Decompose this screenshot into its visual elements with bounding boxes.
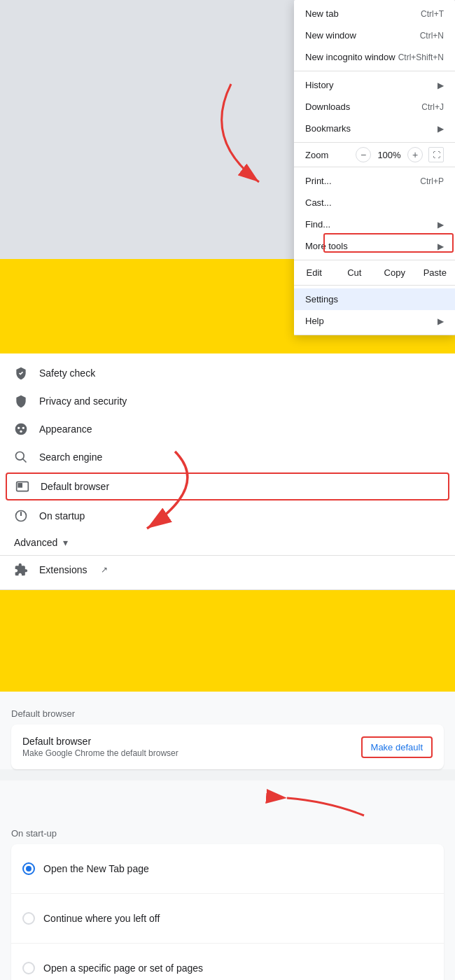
menu-item-incognito[interactable]: New incognito window Ctrl+Shift+N xyxy=(294,46,455,68)
startup-radio-2[interactable] xyxy=(22,912,35,925)
appearance-icon xyxy=(14,422,28,436)
menu-item-downloads-label: Downloads xyxy=(305,102,350,112)
menu-item-print[interactable]: Print... Ctrl+P xyxy=(294,170,455,192)
zoom-row: Zoom − 100% + ⛶ xyxy=(294,143,455,167)
arrow-area xyxy=(0,780,455,822)
menu-item-downloads[interactable]: Downloads Ctrl+J xyxy=(294,96,455,118)
zoom-in-button[interactable]: + xyxy=(407,147,423,162)
menu-item-settings[interactable]: Settings xyxy=(294,288,455,310)
dropdown-menu: New tab Ctrl+T New window Ctrl+N New inc… xyxy=(294,0,455,335)
yellow-divider-2 xyxy=(0,590,455,692)
default-browser-card-subtitle: Make Google Chrome the default browser xyxy=(22,748,178,758)
copy-button[interactable]: Copy xyxy=(374,263,415,282)
sidebar-item-default-browser[interactable]: Default browser xyxy=(7,474,448,499)
startup-card: Open the New Tab page Continue where you… xyxy=(11,844,444,980)
svg-point-3 xyxy=(22,427,24,429)
browser-top-section: ☆ ⊕ 🧩 👤 ⋮ New tab Ctrl+T New window Ctrl… xyxy=(0,0,455,259)
svg-point-4 xyxy=(20,430,22,433)
startup-option-1-row[interactable]: Open the New Tab page xyxy=(11,844,444,894)
menu-item-more-tools[interactable]: More tools ▶ xyxy=(294,235,455,257)
startup-heading: On start-up xyxy=(11,822,444,844)
startup-radio-3[interactable] xyxy=(22,962,35,974)
extensions-row[interactable]: Extensions ↗ xyxy=(0,555,455,584)
menu-item-history-label: History xyxy=(305,80,333,90)
advanced-label: Advanced xyxy=(14,537,57,548)
svg-point-5 xyxy=(16,452,24,461)
cut-button[interactable]: Cut xyxy=(335,263,375,282)
search-engine-icon xyxy=(14,450,28,464)
menu-item-help[interactable]: Help ▶ xyxy=(294,310,455,332)
make-default-button[interactable]: Make default xyxy=(361,736,433,758)
menu-item-more-tools-label: More tools xyxy=(305,241,348,251)
sidebar-item-default-browser-wrapper: Default browser xyxy=(6,472,449,500)
menu-item-print-shortcut: Ctrl+P xyxy=(420,176,444,186)
edit-row: Edit Cut Copy Paste xyxy=(294,260,455,286)
menu-item-find[interactable]: Find... ▶ xyxy=(294,214,455,235)
default-browser-text-group: Default browser Make Google Chrome the d… xyxy=(22,736,178,758)
menu-item-history-arrow: ▶ xyxy=(438,80,444,90)
arrow-to-make-default xyxy=(189,780,399,822)
safety-check-icon xyxy=(14,366,28,380)
sidebar-item-search-engine-label: Search engine xyxy=(39,451,102,463)
menu-item-new-tab[interactable]: New tab Ctrl+T xyxy=(294,3,455,24)
sidebar-item-startup[interactable]: On startup xyxy=(0,502,455,530)
menu-item-new-window-shortcut: Ctrl+N xyxy=(420,31,444,41)
default-browser-heading: Default browser xyxy=(11,703,444,724)
sidebar-item-appearance-label: Appearance xyxy=(39,424,92,435)
sidebar-item-search-engine[interactable]: Search engine xyxy=(0,443,455,471)
startup-option-1[interactable]: Open the New Tab page xyxy=(22,855,149,882)
menu-section-tools: Print... Ctrl+P Cast... Find... ▶ More t… xyxy=(294,167,455,260)
startup-icon xyxy=(14,509,28,523)
menu-item-new-tab-shortcut: Ctrl+T xyxy=(421,9,444,19)
startup-option-1-label: Open the New Tab page xyxy=(43,863,149,874)
menu-item-cast-label: Cast... xyxy=(305,197,332,208)
privacy-icon xyxy=(14,394,28,408)
startup-option-3-row[interactable]: Open a specific page or set of pages xyxy=(11,944,444,980)
startup-option-2-label: Continue where you left off xyxy=(43,913,160,924)
menu-item-incognito-label: New incognito window xyxy=(305,52,396,62)
zoom-value: 100% xyxy=(377,150,402,160)
menu-item-downloads-shortcut: Ctrl+J xyxy=(421,102,444,112)
extensions-label: Extensions xyxy=(39,564,87,575)
menu-item-new-window-label: New window xyxy=(305,30,356,41)
default-browser-card: Default browser Make Google Chrome the d… xyxy=(11,724,444,769)
sidebar-item-privacy[interactable]: Privacy and security xyxy=(0,387,455,415)
sidebar-item-safety-check-label: Safety check xyxy=(39,368,95,379)
sidebar-item-startup-label: On startup xyxy=(39,510,85,522)
edit-button[interactable]: Edit xyxy=(294,263,335,282)
menu-item-history[interactable]: History ▶ xyxy=(294,74,455,96)
menu-item-new-tab-label: New tab xyxy=(305,8,339,19)
menu-item-bookmarks-arrow: ▶ xyxy=(438,124,444,134)
paste-button[interactable]: Paste xyxy=(415,263,456,282)
svg-line-6 xyxy=(23,459,27,463)
menu-item-incognito-shortcut: Ctrl+Shift+N xyxy=(398,52,444,62)
fullscreen-button[interactable]: ⛶ xyxy=(428,147,444,162)
menu-item-cast[interactable]: Cast... xyxy=(294,192,455,214)
sidebar-section: Safety check Privacy and security Appear… xyxy=(0,354,455,590)
startup-option-3[interactable]: Open a specific page or set of pages xyxy=(22,955,203,980)
svg-point-2 xyxy=(18,427,20,429)
menu-item-print-label: Print... xyxy=(305,176,332,186)
startup-section: On start-up Open the New Tab page Contin… xyxy=(0,822,455,980)
external-link-icon: ↗ xyxy=(101,565,108,575)
menu-item-help-label: Help xyxy=(305,316,324,326)
menu-section-new: New tab Ctrl+T New window Ctrl+N New inc… xyxy=(294,0,455,71)
menu-section-settings: Settings Help ▶ xyxy=(294,286,455,335)
zoom-controls: − 100% + ⛶ xyxy=(356,147,444,162)
advanced-row[interactable]: Advanced ▾ xyxy=(0,530,455,555)
sidebar-item-safety-check[interactable]: Safety check xyxy=(0,359,455,387)
menu-item-bookmarks-label: Bookmarks xyxy=(305,123,351,134)
sidebar-item-privacy-label: Privacy and security xyxy=(39,396,127,407)
menu-section-history: History ▶ Downloads Ctrl+J Bookmarks ▶ xyxy=(294,71,455,143)
startup-option-2-row[interactable]: Continue where you left off xyxy=(11,894,444,944)
menu-item-new-window[interactable]: New window Ctrl+N xyxy=(294,24,455,46)
menu-item-bookmarks[interactable]: Bookmarks ▶ xyxy=(294,118,455,139)
default-browser-card-title: Default browser xyxy=(22,736,178,747)
zoom-out-button[interactable]: − xyxy=(356,147,371,162)
sidebar-item-appearance[interactable]: Appearance xyxy=(0,415,455,443)
startup-radio-1[interactable] xyxy=(22,862,35,875)
svg-rect-8 xyxy=(18,483,22,488)
advanced-chevron-icon: ▾ xyxy=(63,537,68,548)
menu-item-settings-label: Settings xyxy=(305,294,338,304)
startup-option-2[interactable]: Continue where you left off xyxy=(22,905,160,932)
